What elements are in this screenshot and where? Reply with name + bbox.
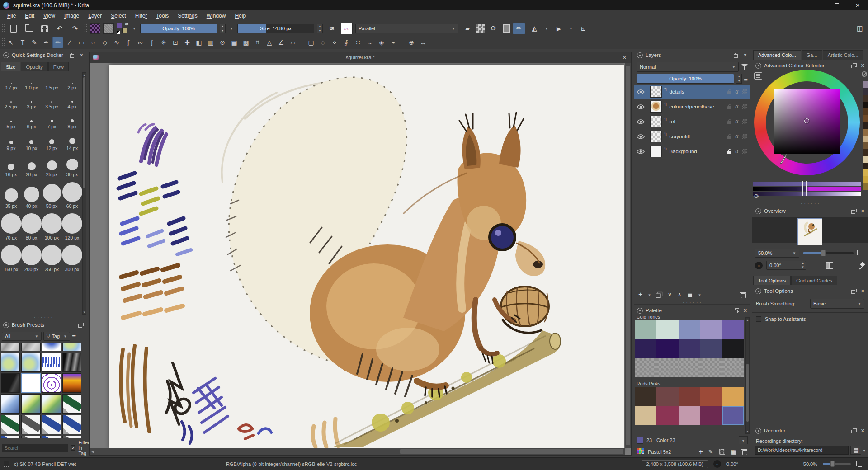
tool-button[interactable]: ↖ bbox=[5, 37, 16, 48]
palette-swatch[interactable] bbox=[700, 320, 722, 339]
layer-opacity-spinner[interactable]: ▲▼ bbox=[736, 74, 742, 84]
brush-preset-thumbnail[interactable] bbox=[42, 373, 61, 393]
layer-visibility-toggle[interactable] bbox=[634, 114, 647, 129]
menu-item[interactable]: Settings bbox=[173, 11, 202, 20]
palette-swatch[interactable] bbox=[722, 406, 744, 425]
menu-item[interactable]: Select bbox=[106, 11, 130, 20]
history-color-swatch[interactable] bbox=[863, 102, 868, 108]
brush-preset-thumbnail[interactable] bbox=[21, 373, 40, 393]
menu-item[interactable]: Layer bbox=[84, 11, 106, 20]
tool-button[interactable]: ▢ bbox=[306, 37, 316, 48]
float-docker-icon[interactable] bbox=[734, 53, 739, 58]
tab-tool-options[interactable]: Tool Options bbox=[753, 276, 791, 285]
brush-preset-thumbnail[interactable] bbox=[42, 352, 61, 372]
brush-preset-thumbnail[interactable] bbox=[1, 394, 20, 414]
delete-layer-button[interactable] bbox=[741, 292, 746, 298]
tool-button[interactable]: ∕ bbox=[64, 37, 75, 48]
layer-lock-icon[interactable] bbox=[727, 106, 731, 109]
move-layer-down-button[interactable] bbox=[668, 291, 672, 298]
saturation-value-square[interactable] bbox=[774, 89, 840, 154]
menu-item[interactable]: Filter bbox=[131, 11, 152, 20]
tab-flow[interactable]: Flow bbox=[48, 62, 69, 71]
background-color-swatch[interactable] bbox=[122, 28, 127, 33]
brush-preset-thumbnail[interactable] bbox=[42, 394, 61, 414]
history-color-swatch[interactable] bbox=[863, 163, 868, 169]
docker-lock-icon[interactable] bbox=[755, 428, 761, 434]
layer-name[interactable]: Background bbox=[669, 149, 697, 154]
palette-empty-slot[interactable] bbox=[679, 368, 700, 377]
float-docker-icon[interactable] bbox=[70, 53, 75, 58]
close-docker-icon[interactable] bbox=[743, 52, 747, 58]
opacity-spinner[interactable]: ▲▼ bbox=[220, 24, 226, 33]
brush-size-option[interactable]: 20 px bbox=[21, 152, 42, 178]
zoom-level-combo[interactable]: 50.0% ▼ bbox=[755, 249, 799, 258]
float-docker-icon[interactable] bbox=[78, 323, 84, 328]
layer-thumbnail[interactable] bbox=[650, 86, 662, 98]
layer-row[interactable]: ↰ details bbox=[634, 85, 750, 99]
tool-button[interactable]: ∿ bbox=[111, 37, 122, 48]
docker-lock-icon[interactable] bbox=[755, 63, 761, 69]
layer-row[interactable]: ↰ Background bbox=[634, 144, 750, 159]
default-colors-icon[interactable] bbox=[117, 31, 120, 34]
history-color-swatch[interactable] bbox=[863, 122, 868, 129]
tool-button[interactable]: ○ bbox=[88, 37, 99, 48]
tool-button[interactable]: ✏ bbox=[52, 37, 63, 48]
layer-lock-icon[interactable] bbox=[727, 121, 731, 124]
docker-lock-icon[interactable] bbox=[637, 52, 643, 58]
palette-swatch[interactable] bbox=[656, 387, 678, 406]
layers-menu-icon[interactable] bbox=[744, 75, 748, 83]
palette-swatch[interactable] bbox=[700, 339, 722, 358]
brush-size-option[interactable]: 40 px bbox=[21, 178, 42, 210]
tool-button[interactable]: ✳ bbox=[158, 37, 169, 48]
history-color-swatch[interactable] bbox=[863, 81, 868, 88]
selection-mode-icon[interactable] bbox=[4, 461, 9, 467]
canvas-viewport[interactable]: ◀ bbox=[90, 63, 631, 455]
close-canvas-icon[interactable] bbox=[623, 55, 627, 61]
horizontal-mirror-button[interactable] bbox=[528, 23, 541, 34]
refresh-selector-icon[interactable] bbox=[754, 193, 760, 200]
brush-size-option[interactable]: 6 px bbox=[21, 110, 42, 130]
overview-preview-area[interactable] bbox=[752, 217, 868, 243]
brush-preset-thumbnail[interactable] bbox=[42, 343, 61, 351]
layer-properties-button[interactable] bbox=[687, 291, 693, 298]
tool-button[interactable]: ▩ bbox=[241, 37, 251, 48]
palette-swatch[interactable] bbox=[722, 387, 744, 406]
history-color-swatch[interactable] bbox=[863, 88, 868, 95]
alpha-lock-icon[interactable] bbox=[735, 133, 738, 140]
inherit-alpha-icon[interactable] bbox=[742, 149, 747, 154]
brush-size-option[interactable]: 100 px bbox=[42, 210, 62, 241]
preset-filter-combo[interactable]: All ▼ bbox=[2, 332, 42, 341]
add-layer-dropdown[interactable] bbox=[648, 292, 651, 297]
layer-thumbnail[interactable] bbox=[650, 131, 662, 142]
palette-empty-slot[interactable] bbox=[722, 368, 744, 377]
palette-swatch[interactable] bbox=[679, 387, 700, 406]
brush-preset-thumbnail[interactable] bbox=[21, 343, 40, 351]
foreground-background-colors[interactable]: ⇄ bbox=[117, 23, 128, 34]
fullscreen-icon[interactable] bbox=[856, 461, 864, 467]
float-docker-icon[interactable] bbox=[851, 428, 857, 433]
tab-advanced-color-selector[interactable]: Advanced Colo... bbox=[753, 50, 801, 60]
brush-size-option[interactable]: 14 px bbox=[62, 130, 82, 152]
toolbar-grip[interactable] bbox=[84, 24, 87, 33]
tool-button[interactable]: ↔ bbox=[418, 37, 429, 48]
brush-size-option[interactable]: 35 px bbox=[1, 178, 21, 210]
save-palette-button[interactable] bbox=[719, 449, 725, 455]
brush-size-option[interactable]: 60 px bbox=[62, 178, 82, 210]
brush-preset-preview[interactable]: 〰 bbox=[341, 23, 353, 34]
pin-docker-icon[interactable] bbox=[859, 262, 865, 268]
new-document-button[interactable] bbox=[7, 23, 20, 34]
docker-lock-icon[interactable] bbox=[3, 52, 9, 58]
palette-swatch[interactable] bbox=[635, 387, 656, 406]
history-color-swatch[interactable] bbox=[863, 136, 868, 142]
vmirror-dropdown[interactable]: ▼ bbox=[568, 24, 574, 33]
brush-size-option[interactable]: 1.0 px bbox=[21, 72, 42, 91]
layer-opacity-slider[interactable]: Opacity: 100% bbox=[637, 74, 734, 84]
overview-thumbnail[interactable] bbox=[797, 218, 822, 245]
palette-swatch[interactable] bbox=[722, 320, 744, 339]
brush-option-slider-icon[interactable] bbox=[326, 23, 338, 34]
menu-item[interactable]: Image bbox=[60, 11, 84, 20]
docker-lock-icon[interactable] bbox=[3, 322, 9, 328]
brush-preset-thumbnail[interactable] bbox=[21, 352, 40, 372]
palette-swatch[interactable] bbox=[656, 406, 678, 425]
docker-splitter[interactable] bbox=[634, 301, 750, 304]
